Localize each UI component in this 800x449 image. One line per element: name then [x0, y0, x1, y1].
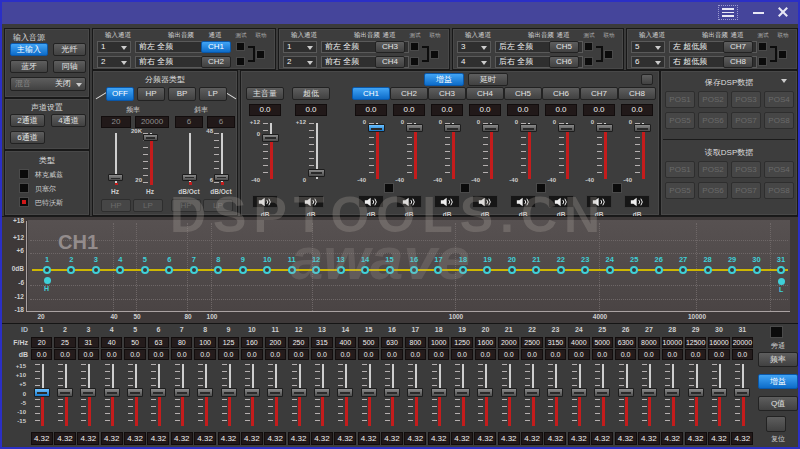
eq-point[interactable]: [459, 266, 467, 274]
eq-point[interactable]: [655, 266, 663, 274]
band-db-value[interactable]: 0.0: [568, 349, 589, 360]
band-db-value[interactable]: 0.0: [358, 349, 379, 360]
band-db-value[interactable]: 0.0: [78, 349, 99, 360]
eq-point[interactable]: [92, 266, 100, 274]
crossover-mode-button[interactable]: HP: [137, 87, 165, 101]
channel-link-checkbox[interactable]: [384, 183, 394, 193]
band-fader-handle[interactable]: [641, 388, 657, 397]
band-freq-value[interactable]: 160: [241, 337, 262, 348]
band-q-value[interactable]: 4.32: [615, 432, 637, 445]
band-fader-handle[interactable]: [688, 388, 704, 397]
band-db-value[interactable]: 0.0: [148, 349, 169, 360]
input-channel-select[interactable]: 3: [457, 41, 491, 53]
band-db-value[interactable]: 0.0: [171, 349, 192, 360]
eq-point[interactable]: [508, 266, 516, 274]
band-fader-handle[interactable]: [80, 388, 96, 397]
crossover-filter-button[interactable]: LP: [133, 199, 163, 212]
band-db-value[interactable]: 0.0: [288, 349, 309, 360]
channel-button[interactable]: CH1: [352, 87, 390, 100]
band-freq-value[interactable]: 10000: [662, 337, 683, 348]
eq-q-button[interactable]: Q值: [758, 396, 798, 411]
save-pos-button[interactable]: POS1: [665, 91, 695, 108]
band-fader-handle[interactable]: [711, 388, 727, 397]
routing-channel-button[interactable]: CH7: [723, 41, 753, 53]
test-checkbox[interactable]: [758, 57, 767, 66]
close-icon[interactable]: [776, 5, 790, 19]
save-dsp-chevron-icon[interactable]: [781, 79, 787, 83]
band-db-value[interactable]: 0.0: [451, 349, 472, 360]
channel-button[interactable]: 主音量: [246, 87, 284, 100]
band-q-value[interactable]: 4.32: [544, 432, 566, 445]
eq-point[interactable]: [141, 266, 149, 274]
band-freq-value[interactable]: 400: [335, 337, 356, 348]
mode-4ch-button[interactable]: 4通道: [51, 114, 86, 127]
band-fader-handle[interactable]: [431, 388, 447, 397]
band-db-value[interactable]: 0.0: [475, 349, 496, 360]
band-q-value[interactable]: 4.32: [241, 432, 263, 445]
load-pos-button[interactable]: POS7: [731, 182, 761, 199]
band-fader-handle[interactable]: [407, 388, 423, 397]
mute-button[interactable]: [396, 195, 422, 208]
save-pos-button[interactable]: POS7: [731, 112, 761, 129]
band-q-value[interactable]: 4.32: [404, 432, 426, 445]
eq-point[interactable]: [704, 266, 712, 274]
link-checkbox[interactable]: [430, 50, 439, 59]
band-db-value[interactable]: 0.0: [685, 349, 706, 360]
test-checkbox[interactable]: [236, 42, 245, 51]
band-q-value[interactable]: 4.32: [147, 432, 169, 445]
band-db-value[interactable]: 0.0: [218, 349, 239, 360]
eq-point[interactable]: [43, 266, 51, 274]
band-freq-value[interactable]: 16000: [708, 337, 729, 348]
band-freq-value[interactable]: 500: [358, 337, 379, 348]
test-checkbox[interactable]: [758, 42, 767, 51]
band-db-value[interactable]: 0.0: [638, 349, 659, 360]
band-freq-value[interactable]: 31: [78, 337, 99, 348]
band-db-value[interactable]: 0.0: [498, 349, 519, 360]
load-pos-button[interactable]: POS1: [665, 161, 695, 178]
band-freq-value[interactable]: 1600: [475, 337, 496, 348]
input-channel-select[interactable]: 5: [631, 41, 665, 53]
test-checkbox[interactable]: [584, 57, 593, 66]
crossover-mode-button[interactable]: OFF: [106, 87, 134, 101]
routing-channel-button[interactable]: CH8: [723, 56, 753, 68]
mode-2ch-button[interactable]: 2通道: [10, 114, 45, 127]
band-freq-value[interactable]: 20000: [732, 337, 753, 348]
mixer-option-checkbox[interactable]: [641, 74, 653, 85]
band-fader-handle[interactable]: [34, 388, 50, 397]
crossover-fader-handle[interactable]: [143, 134, 158, 141]
reset-button[interactable]: [766, 416, 786, 432]
crossover-fader-handle[interactable]: [214, 174, 229, 181]
channel-fader-handle[interactable]: [368, 124, 385, 132]
band-db-value[interactable]: 0.0: [381, 349, 402, 360]
test-checkbox[interactable]: [584, 42, 593, 51]
band-freq-value[interactable]: 100: [194, 337, 215, 348]
channel-fader-handle[interactable]: [406, 124, 423, 132]
band-freq-value[interactable]: 3150: [545, 337, 566, 348]
band-fader-handle[interactable]: [361, 388, 377, 397]
band-db-value[interactable]: 0.0: [124, 349, 145, 360]
band-q-value[interactable]: 4.32: [77, 432, 99, 445]
crossover-filter-button[interactable]: LP: [203, 199, 233, 212]
band-fader-handle[interactable]: [571, 388, 587, 397]
band-freq-value[interactable]: 2500: [521, 337, 542, 348]
channel-gain-value[interactable]: 0.0: [507, 104, 539, 116]
channel-gain-value[interactable]: 0.0: [393, 104, 425, 116]
band-q-value[interactable]: 4.32: [334, 432, 356, 445]
band-db-value[interactable]: 0.0: [545, 349, 566, 360]
band-q-value[interactable]: 4.32: [101, 432, 123, 445]
filter-type-checkbox[interactable]: [19, 197, 29, 207]
band-freq-value[interactable]: 5000: [592, 337, 613, 348]
band-fader-handle[interactable]: [104, 388, 120, 397]
filter-type-checkbox[interactable]: [19, 169, 29, 179]
band-freq-value[interactable]: 50: [124, 337, 145, 348]
save-pos-button[interactable]: POS4: [764, 91, 794, 108]
band-freq-value[interactable]: 80: [171, 337, 192, 348]
band-freq-value[interactable]: 20: [31, 337, 52, 348]
channel-link-checkbox[interactable]: [612, 183, 622, 193]
channel-gain-value[interactable]: 0.0: [431, 104, 463, 116]
channel-fader-handle[interactable]: [596, 124, 613, 132]
crossover-fader-handle[interactable]: [108, 174, 123, 181]
band-db-value[interactable]: 0.0: [428, 349, 449, 360]
channel-gain-value[interactable]: 0.0: [583, 104, 615, 116]
band-q-value[interactable]: 4.32: [498, 432, 520, 445]
